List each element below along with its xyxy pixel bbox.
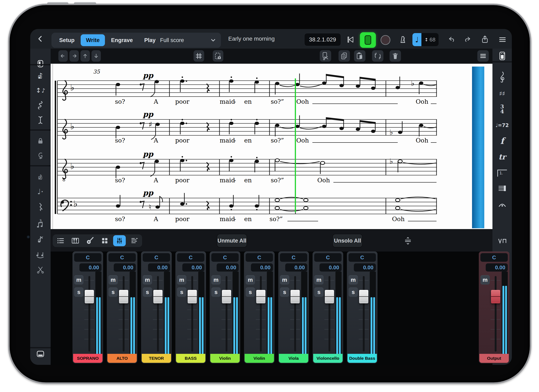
cut-button[interactable] bbox=[320, 50, 331, 62]
record-button[interactable] bbox=[380, 35, 390, 45]
mixer-view-button[interactable] bbox=[113, 235, 126, 246]
ornaments-button[interactable]: tr bbox=[492, 151, 512, 163]
pan-button[interactable]: C bbox=[348, 253, 376, 262]
fader-handle[interactable] bbox=[85, 290, 94, 303]
fader-handle[interactable] bbox=[359, 290, 368, 303]
copy-button[interactable] bbox=[338, 50, 350, 62]
rewind-to-start-button[interactable] bbox=[345, 33, 356, 46]
mute-button[interactable]: m bbox=[108, 275, 118, 285]
acciaccatura-button[interactable] bbox=[30, 233, 51, 245]
channel-strip[interactable]: C 0.00 m s TENOR bbox=[141, 252, 172, 363]
fader-handle[interactable] bbox=[153, 290, 163, 303]
scissors-button[interactable] bbox=[30, 264, 51, 276]
caret-up-button[interactable] bbox=[80, 50, 90, 62]
channel-strip[interactable]: C 0.00 m s SOPRANO bbox=[72, 252, 103, 363]
tie-button[interactable] bbox=[30, 249, 51, 260]
pan-button[interactable]: C bbox=[143, 253, 170, 262]
unsolo-all-button[interactable]: Unsolo All bbox=[332, 234, 363, 247]
mute-button[interactable]: m bbox=[211, 275, 221, 285]
caret-down-button[interactable] bbox=[91, 50, 101, 62]
mute-button[interactable]: m bbox=[245, 275, 255, 285]
solo-button[interactable]: s bbox=[211, 287, 221, 297]
fader-handle[interactable] bbox=[325, 290, 334, 303]
track-list-view-button[interactable] bbox=[54, 235, 67, 246]
lock-button[interactable] bbox=[30, 135, 51, 147]
bottom-panel-toggle[interactable] bbox=[30, 348, 51, 360]
pan-button[interactable]: C bbox=[74, 253, 101, 262]
score-page[interactable]: 35 ♭ pp bbox=[51, 64, 492, 229]
menu-button[interactable] bbox=[496, 33, 508, 46]
score-scrollbar[interactable] bbox=[472, 67, 484, 228]
mute-button[interactable]: m bbox=[348, 275, 358, 285]
channel-strip[interactable]: C 0.00 m s BASS bbox=[175, 252, 206, 363]
tuplet-button[interactable]: 3 bbox=[30, 218, 51, 229]
level-display[interactable]: 0.00 bbox=[354, 263, 376, 271]
pan-button[interactable]: C bbox=[280, 253, 307, 262]
insert-mode-button[interactable] bbox=[30, 150, 51, 161]
transpose-button[interactable]: ↕♪ bbox=[30, 85, 51, 96]
level-display[interactable]: 0.00 bbox=[217, 263, 239, 271]
channel-strip[interactable]: C 0.00 m s Viola bbox=[278, 252, 309, 363]
level-display[interactable]: 0.00 bbox=[148, 263, 170, 271]
timecode-display[interactable]: 38.2.1.029 bbox=[304, 33, 341, 46]
rhythm-dot-button[interactable]: ♩· bbox=[30, 186, 51, 197]
metronome-button[interactable] bbox=[397, 33, 409, 46]
rhythmic-grid-button[interactable] bbox=[193, 50, 204, 62]
tempo-panel-button[interactable]: ♩=72 bbox=[492, 120, 512, 131]
mute-button[interactable]: m bbox=[480, 275, 490, 285]
fader-handle[interactable] bbox=[290, 290, 300, 303]
key-signatures-button[interactable]: ♯♯ bbox=[492, 88, 512, 99]
filter-button[interactable] bbox=[477, 50, 489, 62]
fader-handle[interactable] bbox=[491, 290, 500, 303]
caesura-button[interactable] bbox=[30, 114, 51, 126]
repeat-endings-button[interactable]: 1. bbox=[492, 167, 512, 179]
clefs-button[interactable] bbox=[492, 71, 512, 82]
channel-strip[interactable]: C 0.00 m s ALTO bbox=[107, 252, 137, 363]
solo-button[interactable]: s bbox=[143, 287, 152, 297]
stop-button[interactable] bbox=[360, 32, 376, 48]
drum-pads-view-button[interactable] bbox=[98, 235, 111, 246]
fader-handle[interactable] bbox=[222, 290, 231, 303]
right-panel-toggle[interactable] bbox=[492, 50, 512, 62]
channel-strip[interactable]: C 0.00 m s Violoncello bbox=[313, 252, 343, 363]
left-panel-toggle[interactable] bbox=[30, 58, 51, 69]
channel-strip[interactable]: C 0.00 m s Violin bbox=[210, 252, 240, 363]
pan-button[interactable]: C bbox=[108, 253, 136, 262]
level-display[interactable]: 0.00 bbox=[182, 263, 204, 271]
level-display[interactable]: 0.00 bbox=[79, 263, 101, 271]
pan-button[interactable]: C bbox=[211, 253, 239, 262]
level-display[interactable]: 0.00 bbox=[114, 263, 136, 271]
caret-left-button[interactable] bbox=[58, 50, 68, 62]
mute-button[interactable]: m bbox=[314, 275, 324, 285]
marquee-select-button[interactable] bbox=[213, 50, 223, 62]
delete-button[interactable] bbox=[390, 50, 401, 62]
bars-button[interactable] bbox=[492, 183, 512, 194]
fader-handle[interactable] bbox=[256, 290, 265, 303]
panel-height-handle[interactable] bbox=[402, 235, 414, 247]
paste-button[interactable] bbox=[354, 50, 366, 62]
back-button[interactable] bbox=[35, 34, 46, 44]
grace-note-button[interactable]: ♪+ bbox=[30, 171, 51, 182]
repeat-button[interactable] bbox=[372, 50, 383, 62]
key-editor-view-button[interactable] bbox=[128, 235, 140, 246]
time-signatures-button[interactable]: 3 4 bbox=[492, 103, 512, 115]
tempo-control[interactable]: ♩ ↕ 68 bbox=[412, 33, 438, 46]
mute-button[interactable]: m bbox=[177, 275, 186, 285]
note-input-button[interactable]: ♪+ bbox=[30, 70, 51, 81]
keyboard-view-button[interactable] bbox=[69, 235, 82, 246]
tab-setup[interactable]: Setup bbox=[54, 34, 80, 46]
solo-button[interactable]: s bbox=[245, 287, 255, 297]
pan-button[interactable]: C bbox=[480, 253, 508, 262]
solo-button[interactable]: s bbox=[177, 287, 186, 297]
layout-selector[interactable]: Full score bbox=[156, 33, 221, 48]
fretboard-view-button[interactable] bbox=[84, 235, 96, 246]
dynamics-button[interactable]: f bbox=[492, 135, 512, 147]
mute-button[interactable]: m bbox=[280, 275, 289, 285]
channel-strip[interactable]: C 0.00 m s Violin bbox=[244, 252, 274, 363]
holds-button[interactable] bbox=[492, 199, 512, 210]
tab-engrave[interactable]: Engrave bbox=[106, 34, 138, 46]
solo-button[interactable]: s bbox=[348, 287, 358, 297]
tab-write[interactable]: Write bbox=[81, 34, 105, 46]
level-display[interactable]: 0.00 bbox=[251, 263, 273, 271]
share-button[interactable] bbox=[479, 33, 491, 46]
